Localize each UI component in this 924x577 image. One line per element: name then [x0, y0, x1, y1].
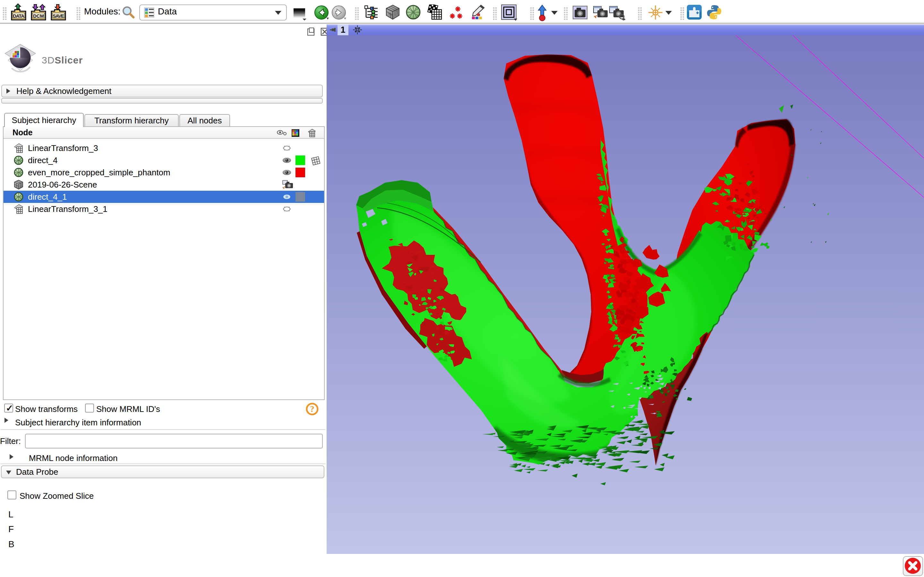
svg-text:DATA: DATA — [13, 13, 24, 19]
svg-text:SAVE: SAVE — [53, 13, 64, 19]
svg-text:?: ? — [310, 404, 314, 414]
svg-text:DCM: DCM — [33, 13, 44, 19]
